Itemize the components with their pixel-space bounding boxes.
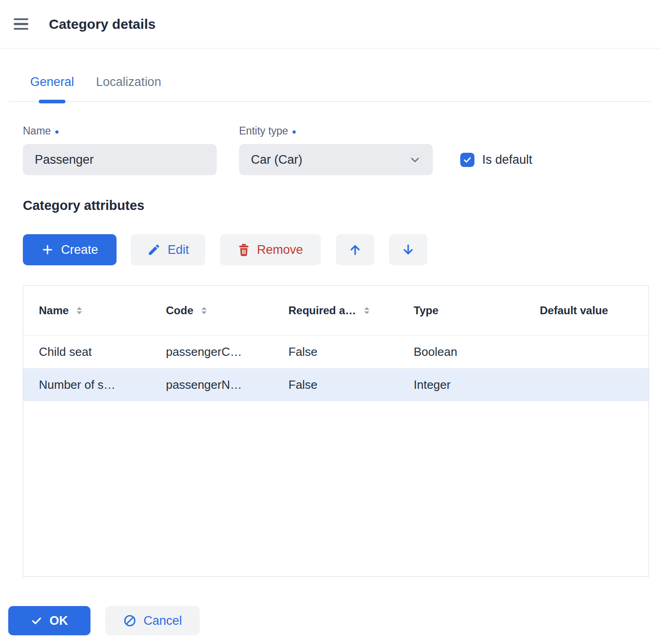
- name-value: Passenger: [35, 153, 94, 167]
- column-header-code[interactable]: Code: [150, 304, 273, 317]
- name-label: Name: [23, 125, 217, 137]
- table-row-selected[interactable]: Number of s… passengerN… False Integer: [23, 368, 649, 401]
- entity-type-label: Entity type: [239, 125, 433, 137]
- tab-general[interactable]: General: [30, 69, 74, 101]
- required-dot-icon: [55, 130, 59, 134]
- dialog-footer: OK Cancel: [8, 606, 660, 635]
- column-header-type: Type: [398, 304, 524, 317]
- cell-type: Integer: [398, 378, 524, 392]
- cell-name: Number of s…: [23, 378, 150, 392]
- move-down-button[interactable]: [389, 234, 427, 265]
- entity-type-select[interactable]: Car (Car): [239, 144, 433, 175]
- page-title: Category details: [49, 16, 155, 32]
- cell-required: False: [273, 378, 398, 392]
- name-field-group: Name Passenger: [23, 125, 217, 175]
- cell-required: False: [273, 345, 398, 359]
- entity-type-field-group: Entity type Car (Car): [239, 125, 433, 175]
- cell-code: passengerC…: [150, 345, 273, 359]
- tab-localization[interactable]: Localization: [96, 69, 161, 101]
- edit-button[interactable]: Edit: [131, 234, 205, 265]
- no-symbol-icon: [123, 614, 137, 628]
- chevron-down-icon: [409, 154, 421, 166]
- remove-button[interactable]: Remove: [220, 234, 321, 265]
- is-default-checkbox[interactable]: [460, 153, 474, 167]
- general-form: Name Passenger Entity type Car (Car) Is …: [23, 125, 637, 175]
- sort-arrows-icon: [76, 306, 83, 315]
- cancel-button[interactable]: Cancel: [105, 606, 200, 635]
- app-header: Category details: [0, 0, 660, 48]
- cell-code: passengerN…: [150, 378, 273, 392]
- attributes-table: Name Code Required a… Type Default value…: [23, 285, 649, 577]
- tab-bar: General Localization: [9, 69, 651, 102]
- check-icon: [31, 615, 43, 627]
- sort-arrows-icon: [201, 306, 208, 315]
- trash-icon: [238, 243, 250, 257]
- pencil-icon: [147, 243, 161, 257]
- sort-arrows-icon: [363, 306, 370, 315]
- table-header-row: Name Code Required a… Type Default value: [23, 286, 649, 335]
- category-attributes-heading: Category attributes: [23, 198, 637, 213]
- column-header-required[interactable]: Required a…: [273, 304, 398, 317]
- move-up-button[interactable]: [336, 234, 374, 265]
- attributes-toolbar: Create Edit Remove: [23, 234, 637, 265]
- arrow-down-icon: [401, 243, 415, 257]
- entity-type-value: Car (Car): [251, 153, 303, 167]
- ok-button[interactable]: OK: [8, 606, 90, 635]
- name-input[interactable]: Passenger: [23, 144, 217, 175]
- column-header-default-value: Default value: [524, 304, 649, 317]
- is-default-field[interactable]: Is default: [460, 153, 532, 167]
- table-row[interactable]: Child seat passengerC… False Boolean: [23, 335, 649, 368]
- arrow-up-icon: [348, 243, 362, 257]
- check-icon: [463, 155, 472, 165]
- cell-name: Child seat: [23, 345, 150, 359]
- plus-icon: [41, 243, 54, 256]
- menu-icon[interactable]: [14, 18, 28, 30]
- column-header-name[interactable]: Name: [23, 304, 150, 317]
- is-default-label[interactable]: Is default: [482, 153, 532, 167]
- cell-type: Boolean: [398, 345, 524, 359]
- required-dot-icon: [293, 130, 296, 134]
- create-button[interactable]: Create: [23, 234, 117, 265]
